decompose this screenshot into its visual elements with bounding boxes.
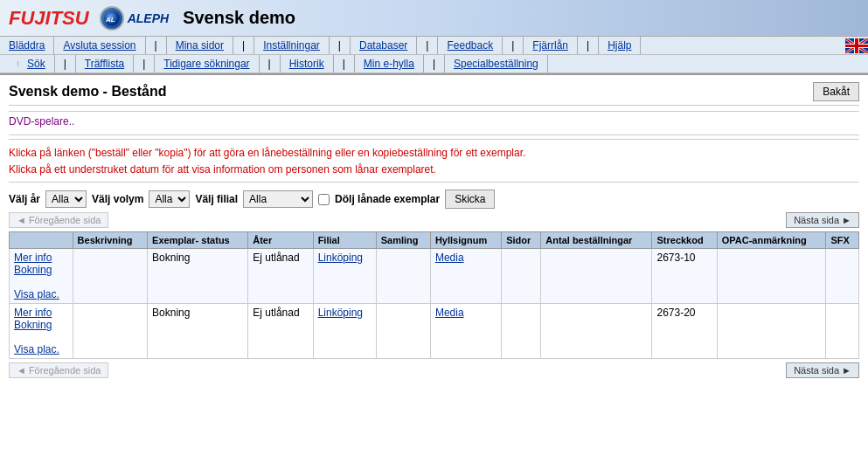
table-row: Mer infoBokningVisa plac.BokningEj utlån… <box>10 249 859 304</box>
volume-label: Välj volym <box>92 193 143 205</box>
filter-row: Välj år Alla Välj volym Alla Välj filial… <box>9 190 859 209</box>
nav-historik[interactable]: Historik <box>281 55 334 72</box>
nav-avsluta[interactable]: Avsluta session <box>54 37 145 54</box>
hyllsignum-link-0[interactable]: Media <box>435 252 464 264</box>
pagination-bottom: ◄ Föregående sida Nästa sida ► <box>9 362 859 378</box>
next-label-bottom: Nästa sida <box>794 365 839 376</box>
action-link-0-0[interactable]: Mer info <box>14 252 52 264</box>
action-link-0-3[interactable]: Visa plac. <box>14 288 59 300</box>
prev-label-top: Föregående sida <box>29 215 101 225</box>
record-description: DVD-spelare.. <box>9 115 859 128</box>
nav-sok[interactable]: Sök <box>18 55 55 72</box>
svg-rect-10 <box>845 45 868 47</box>
main-content: Svensk demo - Bestånd Bakåt DVD-spelare.… <box>0 75 868 389</box>
nav-sep11: | <box>424 55 445 72</box>
year-select[interactable]: Alla <box>45 190 87 208</box>
nav-sep9: | <box>260 55 281 72</box>
col-filial: Filial <box>313 232 376 249</box>
cell-ater-1: Ej utlånad <box>248 304 313 359</box>
fujitsu-logo: FUJITSU <box>9 7 89 30</box>
volume-select[interactable]: Alla <box>149 190 190 208</box>
cell-filial-0: Linköping <box>313 249 376 304</box>
col-antal: Antal beställningar <box>541 232 652 249</box>
nav-flag-area <box>845 38 868 53</box>
nav-bladda[interactable]: Bläddra <box>0 37 54 54</box>
nav-min-ehylla[interactable]: Min e-hylla <box>355 55 424 72</box>
col-sfx: SFX <box>826 232 859 249</box>
cell-filial-1: Linköping <box>313 304 376 359</box>
next-arrow-icon-bottom: ► <box>842 365 851 376</box>
branch-label: Välj filial <box>195 193 238 205</box>
hide-loaned-checkbox[interactable] <box>318 194 330 205</box>
col-opac: OPAC-anmärkning <box>717 232 826 249</box>
action-link-1-0[interactable]: Mer info <box>14 307 52 319</box>
hide-loaned-label: Dölj lånade exemplar <box>335 193 440 205</box>
uk-flag-icon[interactable] <box>845 38 868 53</box>
col-status: Exemplar- status <box>148 232 248 249</box>
cell-antal-1 <box>541 304 652 359</box>
instruction-line-2: Klicka på ett understruket datum för att… <box>9 162 859 178</box>
prev-arrow-icon-bottom: ◄ <box>17 365 26 376</box>
cell-samling-0 <box>376 249 430 304</box>
prev-label-bottom: Föregående sida <box>29 365 101 376</box>
nav-sep10: | <box>334 55 355 72</box>
cell-opac-0 <box>717 249 826 304</box>
col-sidor: Sidor <box>502 232 541 249</box>
next-page-button-top[interactable]: Nästa sida ► <box>786 212 859 228</box>
nav-feedback[interactable]: Feedback <box>438 37 503 54</box>
send-button[interactable]: Skicka <box>445 190 495 209</box>
nav-sep5: | <box>503 37 524 54</box>
instruction-line-1: Klicka på länken ("beställ" eller "kopia… <box>9 145 859 162</box>
branch-select[interactable]: Alla <box>243 190 313 208</box>
action-link-1-1[interactable]: Bokning <box>14 319 52 331</box>
col-beskrivning: Beskrivning <box>73 232 147 249</box>
cell-sfx-1 <box>826 304 859 359</box>
nav-sep6: | <box>578 37 599 54</box>
nav-mina-sidor[interactable]: Mina sidor <box>167 37 233 54</box>
cell-ater-0: Ej utlånad <box>248 249 313 304</box>
nav-hjalp[interactable]: Hjälp <box>599 37 641 54</box>
hyllsignum-link-1[interactable]: Media <box>435 307 464 319</box>
nav-bladda2-label <box>0 61 18 66</box>
cell-description-0 <box>73 249 147 304</box>
nav-sep1: | <box>146 37 167 54</box>
nav-tidigare[interactable]: Tidigare sökningar <box>155 55 259 72</box>
navigation: Bläddra Avsluta session | Mina sidor | I… <box>0 37 868 75</box>
nav-sep2: | <box>233 37 254 54</box>
filial-link-0[interactable]: Linköping <box>318 252 363 264</box>
nav-sep4: | <box>417 37 438 54</box>
nav-installningar[interactable]: Inställningar <box>254 37 330 54</box>
back-button[interactable]: Bakåt <box>813 82 859 101</box>
aleph-logo: AL ALEPH <box>100 6 169 31</box>
pagination-top: ◄ Föregående sida Nästa sida ► <box>9 212 859 228</box>
next-page-button-bottom[interactable]: Nästa sida ► <box>786 362 859 378</box>
cell-opac-1 <box>717 304 826 359</box>
cell-samling-1 <box>376 304 430 359</box>
action-link-0-1[interactable]: Bokning <box>14 264 52 276</box>
filial-link-1[interactable]: Linköping <box>318 307 363 319</box>
action-link-1-3[interactable]: Visa plac. <box>14 343 59 355</box>
cell-sidor-1 <box>502 304 541 359</box>
nav-databaser[interactable]: Databaser <box>351 37 417 54</box>
year-label: Välj år <box>9 193 40 205</box>
cell-status-0: Bokning <box>148 249 248 304</box>
prev-page-button-bottom[interactable]: ◄ Föregående sida <box>9 362 108 378</box>
col-ater: Åter <box>248 232 313 249</box>
nav-fjarrlan[interactable]: Fjärrlån <box>524 37 578 54</box>
cell-antal-0 <box>541 249 652 304</box>
page-title: Svensk demo - Bestånd <box>9 84 167 100</box>
nav-sep3: | <box>330 37 351 54</box>
nav-specialbestallning[interactable]: Specialbeställning <box>445 55 548 72</box>
prev-page-button-top[interactable]: ◄ Föregående sida <box>9 212 108 228</box>
divider-2 <box>9 134 859 135</box>
col-hyllsignum: Hyllsignum <box>430 232 501 249</box>
col-streckkod: Streckkod <box>652 232 717 249</box>
nav-row-1: Bläddra Avsluta session | Mina sidor | I… <box>0 37 868 55</box>
title-bar: Svensk demo - Bestånd Bakåt <box>9 82 859 106</box>
nav-trafflista[interactable]: Träfflista <box>76 55 134 72</box>
cell-status-1: Bokning <box>148 304 248 359</box>
cell-streckkod-1: 2673-20 <box>652 304 717 359</box>
aleph-logo-circle: AL <box>100 6 124 31</box>
divider-4 <box>9 182 859 183</box>
aleph-logo-text: ALEPH <box>128 11 169 25</box>
